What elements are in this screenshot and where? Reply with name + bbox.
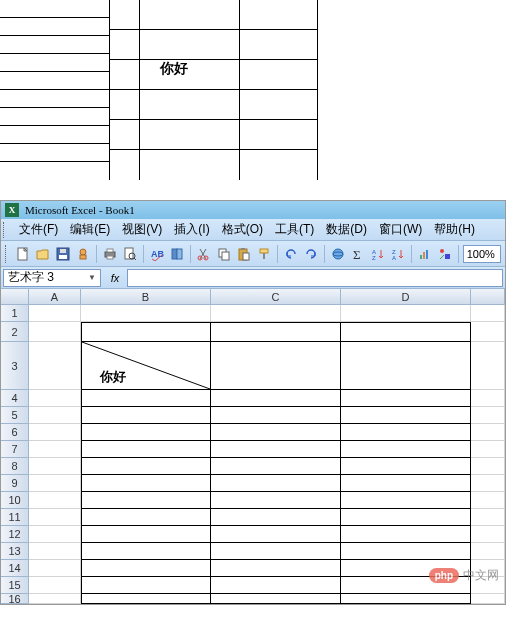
cell[interactable] (471, 475, 505, 492)
cell[interactable] (211, 407, 341, 424)
cell[interactable] (211, 543, 341, 560)
cell[interactable] (29, 543, 81, 560)
cell[interactable] (211, 342, 341, 390)
select-all-corner[interactable] (1, 289, 29, 305)
cell[interactable] (471, 492, 505, 509)
cell[interactable] (81, 424, 211, 441)
cell[interactable] (211, 305, 341, 322)
cell[interactable] (29, 342, 81, 390)
cell[interactable] (29, 492, 81, 509)
menu-view[interactable]: 视图(V) (116, 219, 168, 240)
copy-icon[interactable] (215, 244, 233, 264)
row-header-2[interactable]: 2 (1, 322, 29, 342)
cell[interactable] (81, 407, 211, 424)
save-icon[interactable] (54, 244, 72, 264)
row-header-7[interactable]: 7 (1, 441, 29, 458)
cell[interactable] (211, 322, 341, 342)
cell[interactable] (211, 475, 341, 492)
spreadsheet-grid[interactable]: A B C D 1 2 3 你好 (1, 289, 505, 604)
cell[interactable] (211, 424, 341, 441)
cell[interactable] (471, 407, 505, 424)
hyperlink-icon[interactable] (329, 244, 347, 264)
sort-asc-icon[interactable]: AZ (369, 244, 387, 264)
cell[interactable] (29, 458, 81, 475)
row-header-6[interactable]: 6 (1, 424, 29, 441)
cell[interactable] (81, 305, 211, 322)
cell[interactable] (341, 475, 471, 492)
cell[interactable] (471, 390, 505, 407)
cell[interactable] (211, 577, 341, 594)
col-header-partial[interactable] (471, 289, 505, 305)
cell[interactable] (81, 526, 211, 543)
cell[interactable] (29, 526, 81, 543)
col-header-B[interactable]: B (81, 289, 211, 305)
cell[interactable] (29, 475, 81, 492)
cell[interactable] (81, 560, 211, 577)
cell[interactable] (341, 509, 471, 526)
cell[interactable] (81, 594, 211, 604)
cell[interactable] (211, 492, 341, 509)
cell[interactable] (341, 305, 471, 322)
spelling-icon[interactable]: AB (148, 244, 166, 264)
menu-handle[interactable] (3, 222, 9, 238)
fx-button[interactable]: fx (103, 269, 127, 287)
menu-tools[interactable]: 工具(T) (269, 219, 320, 240)
cell[interactable] (29, 390, 81, 407)
row-header-3[interactable]: 3 (1, 342, 29, 390)
cell[interactable] (81, 458, 211, 475)
cell[interactable] (29, 509, 81, 526)
row-header-10[interactable]: 10 (1, 492, 29, 509)
name-box[interactable]: 艺术字 3 ▼ (3, 269, 101, 287)
cell[interactable] (211, 390, 341, 407)
zoom-selector[interactable]: 100% (463, 245, 501, 263)
cell[interactable] (341, 407, 471, 424)
cell[interactable] (341, 322, 471, 342)
print-icon[interactable] (101, 244, 119, 264)
autosum-icon[interactable]: Σ (349, 244, 367, 264)
cell[interactable] (471, 458, 505, 475)
cell[interactable] (29, 305, 81, 322)
row-header-15[interactable]: 15 (1, 577, 29, 594)
row-header-12[interactable]: 12 (1, 526, 29, 543)
cell[interactable] (471, 322, 505, 342)
row-header-8[interactable]: 8 (1, 458, 29, 475)
cell[interactable] (29, 560, 81, 577)
row-header-11[interactable]: 11 (1, 509, 29, 526)
cell[interactable] (29, 407, 81, 424)
sort-desc-icon[interactable]: ZA (389, 244, 407, 264)
toolbar-handle[interactable] (5, 245, 10, 263)
row-header-16[interactable]: 16 (1, 594, 29, 604)
cell[interactable] (471, 526, 505, 543)
cell[interactable] (341, 441, 471, 458)
col-header-C[interactable]: C (211, 289, 341, 305)
row-header-5[interactable]: 5 (1, 407, 29, 424)
cell[interactable] (471, 543, 505, 560)
cell[interactable] (341, 390, 471, 407)
cell[interactable] (81, 543, 211, 560)
formula-input[interactable] (127, 269, 503, 287)
menu-data[interactable]: 数据(D) (320, 219, 373, 240)
cell[interactable] (211, 509, 341, 526)
cell[interactable] (81, 577, 211, 594)
cell[interactable] (211, 594, 341, 604)
cell[interactable] (471, 424, 505, 441)
menu-insert[interactable]: 插入(I) (168, 219, 215, 240)
row-header-13[interactable]: 13 (1, 543, 29, 560)
format-painter-icon[interactable] (255, 244, 273, 264)
cell[interactable] (29, 594, 81, 604)
cell[interactable] (211, 526, 341, 543)
cell[interactable] (211, 458, 341, 475)
cell[interactable] (29, 441, 81, 458)
research-icon[interactable] (168, 244, 186, 264)
cell[interactable] (471, 342, 505, 390)
cell[interactable] (81, 475, 211, 492)
undo-icon[interactable] (282, 244, 300, 264)
cell[interactable] (341, 526, 471, 543)
cell[interactable] (81, 441, 211, 458)
cell[interactable] (341, 342, 471, 390)
permission-icon[interactable] (74, 244, 92, 264)
cell[interactable] (471, 441, 505, 458)
cell[interactable] (341, 458, 471, 475)
cell[interactable] (341, 424, 471, 441)
redo-icon[interactable] (302, 244, 320, 264)
